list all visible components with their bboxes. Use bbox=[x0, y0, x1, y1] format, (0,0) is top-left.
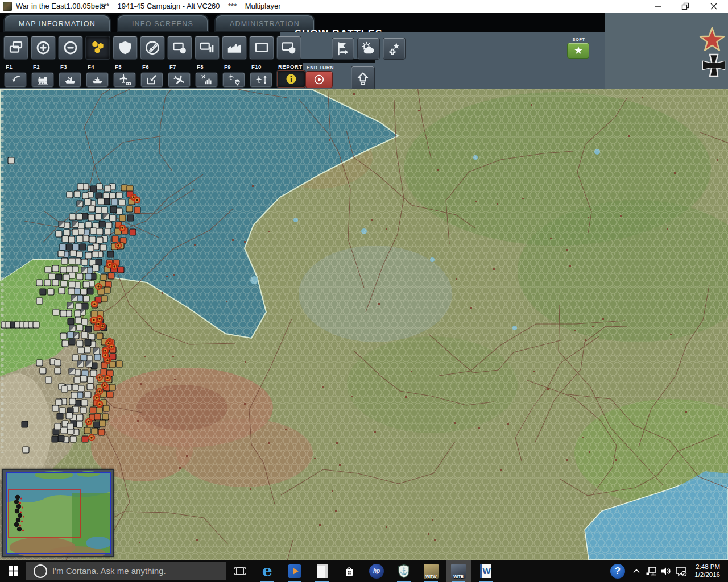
tab-info-screens[interactable]: INFO SCREENS bbox=[118, 15, 208, 31]
tray-chevron-icon[interactable] bbox=[630, 560, 643, 582]
end-turn-label: END TURN bbox=[307, 65, 334, 70]
taskbar-app-wite[interactable]: WITE bbox=[446, 560, 471, 582]
play-icon bbox=[313, 73, 325, 86]
air-mission-button[interactable] bbox=[168, 72, 191, 88]
taskbar-clock[interactable]: 2:48 PM 1/2/2016 bbox=[694, 563, 720, 579]
flag-move-button[interactable] bbox=[332, 38, 354, 60]
bomb-city-button[interactable] bbox=[195, 72, 218, 88]
air-mission-icon bbox=[172, 73, 187, 86]
clock-date: 1/2/2016 bbox=[694, 571, 720, 579]
air-transfer-button[interactable] bbox=[113, 72, 136, 88]
air-drop-button[interactable] bbox=[222, 72, 245, 88]
taskbar-app-edge[interactable]: e bbox=[255, 560, 280, 582]
fkey-label-F10: F10 bbox=[251, 64, 262, 70]
report-label: REPORT bbox=[278, 64, 303, 70]
taskbar-app-document[interactable] bbox=[309, 560, 334, 582]
taskbar-app-store[interactable] bbox=[337, 560, 362, 582]
window-titlebar: War in the East1.08.05beta *** 1941-45 C… bbox=[0, 0, 728, 13]
empty-box-button[interactable] bbox=[249, 36, 274, 60]
factory-button[interactable] bbox=[222, 36, 247, 60]
rail-transport-icon bbox=[35, 73, 51, 86]
soviet-star-icon bbox=[700, 28, 724, 51]
fkey-label-F6: F6 bbox=[142, 64, 149, 70]
unit-counter-icon bbox=[171, 39, 188, 56]
rail-transport-button[interactable] bbox=[31, 72, 54, 88]
sea-transport-icon bbox=[63, 73, 78, 86]
taskbar-app-hp[interactable]: hp bbox=[364, 560, 389, 582]
air-updown-button[interactable] bbox=[250, 72, 272, 88]
fkey-label-F9: F9 bbox=[224, 64, 231, 70]
volume-tray-icon[interactable] bbox=[659, 560, 673, 582]
search-placeholder: I'm Cortana. Ask me anything. bbox=[52, 566, 166, 576]
undo-move-button[interactable] bbox=[4, 72, 27, 88]
zoom-out-button[interactable] bbox=[58, 36, 83, 60]
help-tray-icon[interactable]: ? bbox=[610, 560, 626, 582]
window-title: War in the East1.08.05beta bbox=[16, 2, 105, 10]
unit-counter-button[interactable] bbox=[167, 36, 192, 60]
report-button[interactable] bbox=[276, 70, 306, 88]
flag-move-icon bbox=[334, 40, 351, 57]
svg-text:⚓: ⚓ bbox=[400, 567, 408, 575]
fkey-label-F1: F1 bbox=[6, 64, 13, 70]
shield-button[interactable] bbox=[113, 36, 138, 60]
taskbar-app-word[interactable]: W bbox=[473, 560, 498, 582]
tab-map-information[interactable]: MAP INFORMATION bbox=[5, 15, 110, 31]
taskbar-app-warships[interactable]: ⚓ bbox=[391, 560, 416, 582]
bomb-city-icon bbox=[199, 73, 214, 86]
minimize-icon[interactable] bbox=[650, 1, 667, 11]
german-cross-icon bbox=[703, 55, 725, 76]
up-level-button[interactable] bbox=[351, 66, 375, 90]
zoom-in-icon bbox=[35, 39, 52, 56]
hex-filter-icon bbox=[89, 39, 106, 56]
soft-factors-button[interactable] bbox=[567, 43, 589, 59]
app-icon bbox=[3, 2, 12, 11]
factory-icon bbox=[226, 39, 243, 56]
taskbar-app-media-player[interactable] bbox=[282, 560, 307, 582]
naval-icon bbox=[90, 73, 105, 86]
star-icon bbox=[573, 45, 584, 56]
start-button[interactable] bbox=[0, 560, 26, 582]
close-icon[interactable] bbox=[705, 1, 722, 11]
action-center-icon[interactable] bbox=[673, 560, 688, 582]
air-base-button[interactable] bbox=[140, 72, 163, 88]
jump-view-button[interactable] bbox=[3, 36, 28, 60]
rail-mode-icon bbox=[144, 39, 161, 56]
flags-toggle-icon bbox=[386, 40, 403, 57]
task-view-icon[interactable] bbox=[230, 560, 250, 582]
fkey-label-F8: F8 bbox=[197, 64, 204, 70]
desktop: War in the East1.08.05beta *** 1941-45 C… bbox=[0, 0, 728, 582]
soft-label: SOFT bbox=[568, 37, 589, 42]
hex-filter-button[interactable] bbox=[85, 36, 110, 60]
clock-time: 2:48 PM bbox=[694, 563, 720, 571]
end-turn-button[interactable] bbox=[305, 71, 333, 88]
box-shield-icon bbox=[280, 39, 297, 56]
weather-button[interactable] bbox=[357, 38, 380, 60]
sea-transport-button[interactable] bbox=[59, 72, 81, 88]
box-shield-button[interactable] bbox=[276, 36, 301, 60]
air-drop-icon bbox=[226, 73, 242, 86]
taskbar: I'm Cortana. Ask me anything. ehp⚓WITWWI… bbox=[0, 560, 728, 582]
rail-mode-button[interactable] bbox=[140, 36, 165, 60]
fkey-label-F4: F4 bbox=[88, 64, 94, 70]
unit-stats-button[interactable] bbox=[195, 36, 220, 60]
windows-logo-icon bbox=[9, 566, 18, 576]
air-updown-icon bbox=[254, 73, 269, 86]
shield-icon bbox=[117, 39, 134, 56]
mini-map[interactable] bbox=[2, 469, 114, 557]
empty-box-icon bbox=[253, 39, 270, 56]
undo-move-icon bbox=[8, 73, 23, 86]
restore-icon[interactable] bbox=[677, 1, 694, 11]
taskbar-app-witw[interactable]: WITW bbox=[419, 560, 444, 582]
fkey-label-F3: F3 bbox=[60, 64, 67, 70]
tab-bar: MAP INFORMATIONINFO SCREENSADMINISTRATIO… bbox=[0, 13, 605, 32]
weather-icon bbox=[360, 40, 377, 57]
cortana-search-input[interactable]: I'm Cortana. Ask me anything. bbox=[26, 562, 226, 580]
jump-view-icon bbox=[7, 39, 24, 56]
up-arrow-icon bbox=[354, 70, 371, 87]
air-base-icon bbox=[144, 73, 160, 86]
naval-button[interactable] bbox=[86, 72, 109, 88]
flags-toggle-button[interactable] bbox=[383, 38, 406, 60]
unit-stats-icon bbox=[198, 39, 216, 56]
network-tray-icon[interactable] bbox=[644, 560, 659, 582]
zoom-in-button[interactable] bbox=[31, 36, 56, 60]
